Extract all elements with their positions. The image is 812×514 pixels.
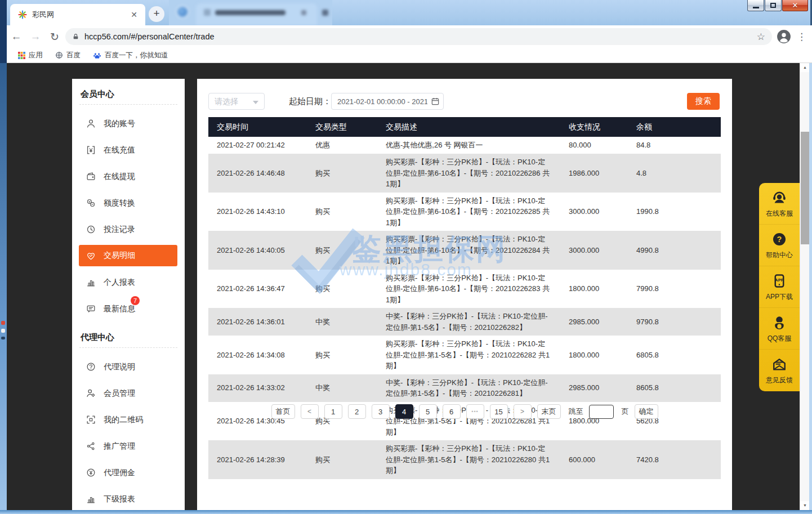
float-item-label: 在线客服 — [766, 209, 793, 218]
bookmark-apps[interactable]: 应用 — [14, 49, 47, 62]
address-bar[interactable]: hccp56.com/#/personalCenter/trade ☆ — [65, 28, 772, 45]
page-button[interactable]: 2 — [348, 404, 366, 419]
cell-time: 2021-02-26 14:40:05 — [208, 231, 307, 270]
window-border-left-page — [0, 63, 7, 510]
cell-desc: 购买彩票-【彩种：三分PK拾】-【玩法：PK10-定位胆-定位胆-第1-5名】-… — [377, 336, 560, 374]
cell-amount: 600.000 — [560, 440, 628, 479]
float-service[interactable]: 在线客服 — [759, 183, 800, 225]
search-button[interactable]: 搜索 — [687, 93, 720, 110]
date-label: 起始日期： — [289, 93, 331, 110]
browser-menu-icon[interactable]: ⋮ — [797, 31, 806, 43]
section-divider — [79, 347, 177, 348]
jump-to-label: 跳至 — [569, 406, 583, 417]
sidebar-item-message[interactable]: 最新信息7 — [72, 296, 185, 322]
sidebar-item-question[interactable]: 代理说明 — [72, 354, 185, 380]
page-button[interactable]: 6 — [443, 404, 461, 419]
sidebar-item-report[interactable]: 个人报表 — [72, 269, 185, 296]
cell-desc: 购买彩票-【彩种：三分PK拾】-【玩法：PK10-定位胆-定位胆-第6-10名】… — [377, 231, 560, 270]
cell-time: 2021-02-26 14:43:10 — [208, 193, 307, 231]
message-icon — [86, 303, 96, 314]
window-close-button[interactable]: ✕ — [782, 0, 808, 11]
sidebar-item-member-manage[interactable]: 会员管理 — [72, 380, 185, 406]
sidebar-item-recharge[interactable]: 在线充值 — [72, 137, 185, 163]
tab-close-icon[interactable]: ✕ — [128, 10, 140, 19]
report-icon — [86, 277, 96, 288]
date-range-field — [331, 93, 444, 110]
window-border-bottom — [0, 510, 812, 514]
commission-icon — [86, 467, 96, 478]
page-button[interactable]: 1 — [324, 404, 342, 419]
page-button[interactable]: 4 — [395, 404, 413, 419]
date-range-input[interactable] — [331, 93, 444, 110]
background-window — [169, 0, 332, 25]
page-button[interactable]: 3 — [372, 404, 390, 419]
jump-confirm-button[interactable]: 确定 — [635, 404, 658, 419]
sidebar-item-trade[interactable]: 交易明细 — [79, 245, 177, 266]
sidebar-item-qrcode[interactable]: 我的二维码 — [72, 406, 185, 433]
type-select[interactable]: 请选择 — [208, 93, 265, 110]
float-feedback[interactable]: 意见反馈 — [759, 350, 800, 391]
sidebar-item-label: 在线充值 — [104, 145, 135, 155]
new-tab-button[interactable]: + — [149, 6, 164, 22]
back-icon[interactable]: ← — [7, 30, 26, 43]
sidebar-item-label: 我的账号 — [104, 119, 135, 129]
page-scrollbar[interactable]: ▲ ▼ — [800, 63, 809, 510]
cell-type: 购买 — [307, 193, 377, 231]
forward-icon[interactable]: → — [26, 30, 45, 43]
scrollbar-thumb[interactable] — [801, 132, 809, 244]
reload-icon[interactable]: ↻ — [45, 30, 64, 43]
sidebar-item-share[interactable]: 推广管理 — [72, 433, 185, 459]
bookmark-label: 应用 — [29, 51, 43, 60]
cell-amount: 3000.000 — [560, 231, 628, 270]
float-qq[interactable]: QQ客服 — [759, 308, 800, 350]
cell-type: 购买 — [307, 231, 377, 270]
page-prev-button[interactable]: < — [301, 404, 319, 419]
question-icon — [86, 361, 96, 372]
browser-tab[interactable]: 彩民网 ✕ — [10, 4, 145, 25]
float-app[interactable]: APP下载 — [759, 266, 800, 308]
sidebar-item-label: 最新信息 — [104, 304, 135, 314]
cell-type: 中奖 — [307, 374, 377, 402]
float-item-label: APP下载 — [766, 292, 793, 302]
sidebar-item-user[interactable]: 我的账号 — [72, 110, 185, 137]
table-row: 2021-02-26 14:33:02中奖中奖-【彩种：三分PK拾】-【玩法：P… — [208, 374, 721, 402]
cell-time: 2021-02-26 14:34:08 — [208, 336, 307, 374]
scrollbar-down-icon[interactable]: ▼ — [800, 501, 810, 510]
jump-page-input[interactable] — [589, 405, 614, 419]
page-button[interactable]: 15 — [490, 404, 508, 419]
sidebar-item-withdraw[interactable]: 在线提现 — [72, 163, 185, 190]
page-next-button[interactable]: > — [514, 404, 532, 419]
screen: 彩民网 ✕ + ✕ ← → ↻ hccp56.com/#/personalCen… — [0, 0, 812, 514]
window-maximize-button[interactable] — [765, 0, 782, 11]
float-item-label: 帮助中心 — [766, 251, 793, 260]
page-unit-label: 页 — [622, 406, 629, 417]
page-first-button[interactable]: 首页 — [271, 404, 295, 419]
float-help[interactable]: 帮助中心 — [759, 225, 800, 266]
cell-time: 2021-02-26 14:33:02 — [208, 374, 307, 402]
cell-balance: 6805.8 — [628, 336, 721, 374]
bookmark-baidu-search[interactable]: 百度一下，你就知道 — [88, 49, 173, 62]
page-ellipsis[interactable]: ••• — [466, 404, 484, 419]
cell-balance: 7420.8 — [628, 440, 721, 479]
sidebar-item-history[interactable]: 投注记录 — [72, 216, 185, 243]
window-minimize-button[interactable] — [747, 0, 764, 11]
sidebar-item-commission[interactable]: 代理佣金 — [72, 459, 185, 486]
float-item-label: 意见反馈 — [766, 376, 793, 385]
page-button[interactable]: 5 — [419, 404, 437, 419]
sidebar-item-report[interactable]: 下级报表 — [72, 486, 185, 512]
bookmarks-bar: 应用 百度 百度一下，你就知道 — [7, 48, 812, 63]
cell-balance: 1990.8 — [628, 193, 721, 231]
float-item-label: QQ客服 — [768, 334, 792, 343]
page-last-button[interactable]: 末页 — [537, 404, 561, 419]
share-icon — [86, 441, 96, 452]
scrollbar-up-icon[interactable]: ▲ — [800, 63, 810, 72]
withdraw-icon — [86, 171, 96, 182]
table-row: 2021-02-26 14:28:39购买购买彩票-【彩种：三分PK拾】-【玩法… — [208, 440, 721, 479]
sidebar-item-transfer[interactable]: 额度转换 — [72, 190, 185, 216]
bookmark-star-icon[interactable]: ☆ — [757, 31, 765, 43]
profile-avatar[interactable] — [777, 29, 791, 44]
qrcode-icon — [86, 414, 96, 425]
bookmark-baidu[interactable]: 百度 — [51, 49, 85, 62]
apps-grid-icon — [18, 52, 25, 59]
trade-table: 交易时间交易类型交易描述收支情况余额 2021-02-27 00:21:42优惠… — [208, 117, 721, 479]
